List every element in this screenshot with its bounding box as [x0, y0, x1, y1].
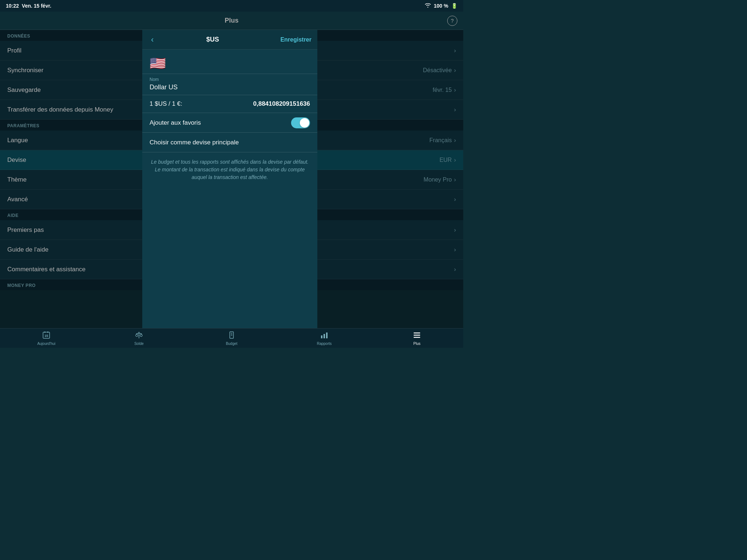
name-field-label: Nom [150, 77, 310, 82]
budget-icon [228, 331, 236, 341]
nav-bar: Plus ? [0, 12, 463, 30]
svg-rect-2 [47, 331, 48, 333]
battery-text: 100 % [434, 3, 448, 9]
help-button[interactable]: ? [447, 16, 457, 26]
flag-section: 🇺🇸 [142, 50, 317, 74]
detail-panel: ‹ $US Enregistrer 🇺🇸 Nom Dollar US 1 $US… [142, 30, 317, 328]
choose-section[interactable]: Choisir comme devise principale [142, 133, 317, 152]
toggle-knob [300, 118, 309, 128]
status-bar: 10:22 Ven. 15 févr. 100 % 🔋 [0, 0, 463, 12]
tab-rapports[interactable]: Rapports [278, 328, 371, 348]
tab-aujourd-hui-label: Aujourd'hui [37, 342, 55, 346]
nav-title: Plus [225, 17, 239, 24]
choose-label: Choisir comme devise principale [150, 139, 239, 146]
date: Ven. 15 févr. [22, 3, 51, 9]
name-field-value[interactable]: Dollar US [150, 83, 310, 95]
info-text: Le budget et tous les rapports sont affi… [150, 158, 310, 181]
svg-rect-11 [321, 335, 322, 338]
balance-icon [135, 331, 143, 341]
tab-plus[interactable]: Plus [371, 328, 463, 348]
main-content: DONNÉES Profil › Synchroniser Désactivée… [0, 30, 463, 328]
tab-aujourd-hui[interactable]: 15 Aujourd'hui [0, 328, 93, 348]
toggle-label: Ajouter aux favoris [150, 119, 201, 127]
rate-section: 1 $US / 1 €: 0,884108209151636 [142, 95, 317, 113]
svg-rect-12 [324, 334, 325, 338]
tab-solde-label: Solde [134, 342, 144, 346]
svg-text:15: 15 [44, 334, 48, 338]
plus-menu-icon [413, 331, 421, 341]
rate-value[interactable]: 0,884108209151636 [253, 100, 310, 108]
toggle-switch[interactable] [291, 117, 310, 128]
svg-rect-16 [414, 337, 420, 338]
reports-icon [320, 331, 328, 341]
svg-rect-7 [230, 332, 233, 338]
svg-point-5 [136, 334, 138, 337]
toggle-section: Ajouter aux favoris [142, 113, 317, 133]
svg-rect-13 [326, 332, 328, 338]
rate-label: 1 $US / 1 €: [150, 100, 182, 108]
tab-budget[interactable]: Budget [185, 328, 278, 348]
battery-icon: 🔋 [451, 3, 457, 9]
status-right: 100 % 🔋 [425, 3, 457, 9]
tab-solde[interactable]: Solde [93, 328, 185, 348]
panel-save-button[interactable]: Enregistrer [280, 36, 311, 43]
svg-point-6 [140, 334, 142, 337]
wifi-icon [425, 3, 431, 9]
status-left: 10:22 Ven. 15 févr. [6, 3, 51, 9]
panel-title: $US [145, 36, 280, 43]
tab-rapports-label: Rapports [317, 342, 332, 346]
calendar-icon: 15 [42, 331, 50, 341]
panel-content: 🇺🇸 Nom Dollar US 1 $US / 1 €: 0,88410820… [142, 50, 317, 328]
name-field-section: Nom Dollar US [142, 74, 317, 95]
tab-bar: 15 Aujourd'hui Solde Budget [0, 328, 463, 348]
tab-budget-label: Budget [226, 342, 237, 346]
panel-nav: ‹ $US Enregistrer [142, 30, 317, 50]
time: 10:22 [6, 3, 19, 9]
svg-rect-14 [414, 332, 420, 334]
help-icon: ? [451, 18, 454, 24]
info-section: Le budget et tous les rapports sont affi… [142, 152, 317, 187]
tab-plus-label: Plus [413, 342, 420, 346]
svg-rect-1 [44, 331, 45, 333]
flag-emoji: 🇺🇸 [150, 56, 166, 71]
svg-rect-15 [414, 335, 420, 336]
